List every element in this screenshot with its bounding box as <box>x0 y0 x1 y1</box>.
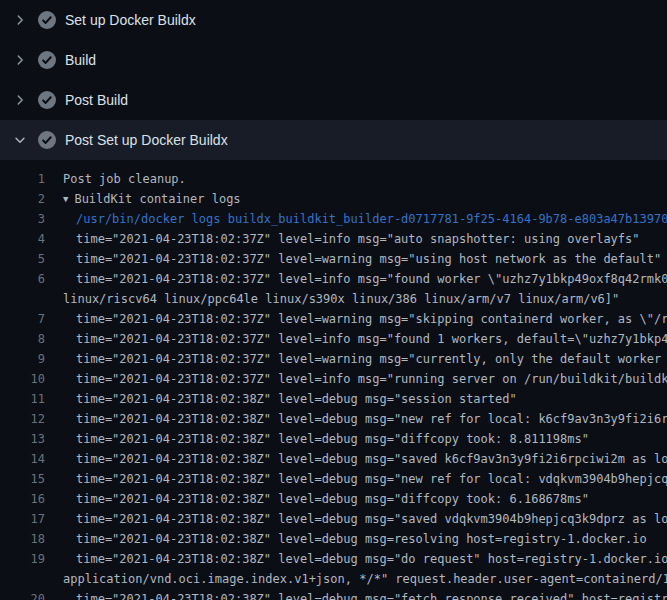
log-line: 7 time="2021-04-23T18:02:37Z" level=warn… <box>0 309 667 329</box>
chevron-right-icon <box>12 92 28 108</box>
check-circle-icon <box>38 51 56 69</box>
collapse-triangle-icon[interactable]: ▼ <box>63 189 68 209</box>
log-line: 15 time="2021-04-23T18:02:38Z" level=deb… <box>0 469 667 489</box>
section-header-build[interactable]: Build <box>0 40 667 80</box>
section-header-post-set-up-docker-buildx[interactable]: Post Set up Docker Buildx <box>0 120 667 160</box>
log-text: time="2021-04-23T18:02:37Z" level=info m… <box>45 229 640 249</box>
section-header-set-up-docker-buildx[interactable]: Set up Docker Buildx <box>0 0 667 40</box>
log-text: time="2021-04-23T18:02:38Z" level=debug … <box>45 509 667 529</box>
line-number[interactable]: 12 <box>0 409 45 429</box>
log-text: time="2021-04-23T18:02:37Z" level=warnin… <box>45 349 667 369</box>
log-text: time="2021-04-23T18:02:38Z" level=debug … <box>45 389 517 409</box>
log-line-command: 3 /usr/bin/docker logs buildx_buildkit_b… <box>0 209 667 229</box>
log-text: Post job cleanup. <box>45 169 186 189</box>
section-label: Post Set up Docker Buildx <box>65 130 228 150</box>
line-number <box>0 289 45 309</box>
log-line: 17 time="2021-04-23T18:02:38Z" level=deb… <box>0 509 667 529</box>
line-number[interactable]: 20 <box>0 589 45 600</box>
log-line-continuation: application/vnd.oci.image.index.v1+json,… <box>0 569 667 589</box>
log-line: 5 time="2021-04-23T18:02:37Z" level=warn… <box>0 249 667 269</box>
log-line: 1 Post job cleanup. <box>0 169 667 189</box>
line-number[interactable]: 9 <box>0 349 45 369</box>
log-line: 6 time="2021-04-23T18:02:37Z" level=info… <box>0 269 667 289</box>
chevron-right-icon <box>12 52 28 68</box>
section-label: Post Build <box>65 90 128 110</box>
chevron-right-icon <box>12 12 28 28</box>
log-text: time="2021-04-23T18:02:37Z" level=warnin… <box>45 309 667 329</box>
line-number[interactable]: 11 <box>0 389 45 409</box>
log-text: time="2021-04-23T18:02:37Z" level=info m… <box>45 369 667 389</box>
line-number[interactable]: 5 <box>0 249 45 269</box>
check-circle-icon <box>38 11 56 29</box>
check-circle-icon <box>38 131 56 149</box>
line-number[interactable]: 7 <box>0 309 45 329</box>
line-number[interactable]: 14 <box>0 449 45 469</box>
log-text: time="2021-04-23T18:02:37Z" level=info m… <box>45 269 667 289</box>
line-number[interactable]: 15 <box>0 469 45 489</box>
log-text: time="2021-04-23T18:02:38Z" level=debug … <box>45 489 589 509</box>
section-label: Set up Docker Buildx <box>65 10 196 30</box>
line-number[interactable]: 2 <box>0 189 45 209</box>
line-number[interactable]: 4 <box>0 229 45 249</box>
log-line: 20 time="2021-04-23T18:02:38Z" level=deb… <box>0 589 667 600</box>
log-line: 19 time="2021-04-23T18:02:38Z" level=deb… <box>0 549 667 569</box>
log-text: time="2021-04-23T18:02:37Z" level=info m… <box>45 329 667 349</box>
section-header-post-build[interactable]: Post Build <box>0 80 667 120</box>
log-line: 13 time="2021-04-23T18:02:38Z" level=deb… <box>0 429 667 449</box>
chevron-down-icon <box>12 132 28 148</box>
log-line: 14 time="2021-04-23T18:02:38Z" level=deb… <box>0 449 667 469</box>
line-number[interactable]: 3 <box>0 209 45 229</box>
line-number[interactable]: 18 <box>0 529 45 549</box>
check-circle-icon <box>38 91 56 109</box>
log-text: time="2021-04-23T18:02:38Z" level=debug … <box>45 469 667 489</box>
log-text: /usr/bin/docker logs buildx_buildkit_bui… <box>45 209 667 229</box>
line-number[interactable]: 13 <box>0 429 45 449</box>
line-number[interactable]: 1 <box>0 169 45 189</box>
line-number[interactable]: 10 <box>0 369 45 389</box>
log-area: 1 Post job cleanup. 2 ▼BuildKit containe… <box>0 160 667 600</box>
log-text: time="2021-04-23T18:02:38Z" level=debug … <box>45 589 667 600</box>
line-number[interactable]: 16 <box>0 489 45 509</box>
log-line: 9 time="2021-04-23T18:02:37Z" level=warn… <box>0 349 667 369</box>
log-line: 8 time="2021-04-23T18:02:37Z" level=info… <box>0 329 667 349</box>
log-text: application/vnd.oci.image.index.v1+json,… <box>45 569 667 589</box>
log-text: time="2021-04-23T18:02:38Z" level=debug … <box>45 529 647 549</box>
log-text: time="2021-04-23T18:02:38Z" level=debug … <box>45 449 667 469</box>
log-text: BuildKit container logs <box>74 192 240 206</box>
line-number[interactable]: 8 <box>0 329 45 349</box>
log-text: time="2021-04-23T18:02:38Z" level=debug … <box>45 409 667 429</box>
log-line: 4 time="2021-04-23T18:02:37Z" level=info… <box>0 229 667 249</box>
log-line: 11 time="2021-04-23T18:02:38Z" level=deb… <box>0 389 667 409</box>
section-label: Build <box>65 50 96 70</box>
line-number[interactable]: 6 <box>0 269 45 289</box>
log-line: 16 time="2021-04-23T18:02:38Z" level=deb… <box>0 489 667 509</box>
actions-log-viewer: Set up Docker Buildx Build Post Build Po… <box>0 0 667 600</box>
line-number[interactable]: 17 <box>0 509 45 529</box>
log-line-continuation: linux/riscv64 linux/ppc64le linux/s390x … <box>0 289 667 309</box>
log-line: 12 time="2021-04-23T18:02:38Z" level=deb… <box>0 409 667 429</box>
log-text: time="2021-04-23T18:02:38Z" level=debug … <box>45 429 589 449</box>
log-line: 18 time="2021-04-23T18:02:38Z" level=deb… <box>0 529 667 549</box>
log-line: 10 time="2021-04-23T18:02:37Z" level=inf… <box>0 369 667 389</box>
line-number[interactable]: 19 <box>0 549 45 569</box>
line-number <box>0 569 45 589</box>
log-line-group-header: 2 ▼BuildKit container logs <box>0 189 667 209</box>
log-text: time="2021-04-23T18:02:38Z" level=debug … <box>45 549 667 569</box>
log-text: time="2021-04-23T18:02:37Z" level=warnin… <box>45 249 661 269</box>
log-text: linux/riscv64 linux/ppc64le linux/s390x … <box>45 289 619 309</box>
